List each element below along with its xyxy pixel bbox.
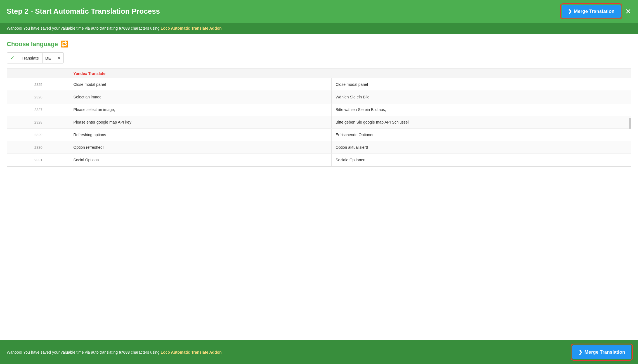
source-text: Select an image — [70, 91, 332, 103]
close-button[interactable]: ✕ — [625, 8, 631, 15]
translated-text: Wählen Sie ein Bild — [332, 91, 631, 103]
row-number: 2327 — [7, 103, 70, 116]
row-number: 2329 — [7, 129, 70, 141]
row-number: 2328 — [7, 116, 70, 129]
table-row: 2330Option refreshed!Option aktualisiert… — [7, 141, 631, 154]
translation-table-wrapper: Yandex Translate 2325Close modal panelCl… — [7, 68, 631, 167]
translated-text: Bitte wählen Sie ein Bild aus, — [332, 103, 631, 116]
table-row: 2327Please select an image,Bitte wählen … — [7, 103, 631, 116]
source-text: Please enter google map API key — [70, 116, 332, 129]
table-row: 2329Refreshing optionsErfrischende Optio… — [7, 129, 631, 141]
row-number: 2325 — [7, 78, 70, 91]
footer-merge-label: Merge Translation — [585, 349, 625, 355]
source-text: Refreshing options — [70, 129, 332, 141]
page-title: Step 2 - Start Automatic Translation Pro… — [7, 7, 160, 16]
language-tag: ✓ Translate DE ✕ — [7, 52, 64, 63]
translation-table: Yandex Translate 2325Close modal panelCl… — [7, 69, 631, 166]
tag-check-icon: ✓ — [7, 53, 18, 63]
table-row: 2331Social OptionsSoziale Optionen — [7, 154, 631, 166]
main-content: Choose language 🔁 ✓ Translate DE ✕ Yande… — [0, 34, 638, 171]
footer-text-middle: characters using — [130, 350, 161, 354]
header: Step 2 - Start Automatic Translation Pro… — [0, 0, 638, 23]
footer-link[interactable]: Loco Automatic Translate Addon — [161, 350, 222, 354]
table-row: 2328Please enter google map API keyBitte… — [7, 116, 631, 129]
scrollbar[interactable] — [629, 118, 631, 129]
source-text: Social Options — [70, 154, 332, 166]
source-text: Option refreshed! — [70, 141, 332, 154]
row-number: 2330 — [7, 141, 70, 154]
footer-text: Wahooo! You have saved your valuable tim… — [7, 350, 222, 354]
table-row: 2326Select an imageWählen Sie ein Bild — [7, 91, 631, 103]
footer-characters: 67683 — [119, 350, 130, 354]
col-header-translation — [332, 69, 631, 78]
row-number: 2331 — [7, 154, 70, 166]
merge-translation-button-header[interactable]: ❯ Merge Translation — [562, 5, 621, 18]
col-header-num — [7, 69, 70, 78]
choose-language-heading: Choose language 🔁 — [7, 41, 631, 48]
source-text: Close modal panel — [70, 78, 332, 91]
translated-text: Option aktualisiert! — [332, 141, 631, 154]
top-banner: Wahooo! You have saved your valuable tim… — [0, 23, 638, 34]
translated-text: Soziale Optionen — [332, 154, 631, 166]
table-row: 2325Close modal panelClose modal panel — [7, 78, 631, 91]
footer-text-before: Wahooo! You have saved your valuable tim… — [7, 350, 119, 354]
banner-text-before: Wahooo! You have saved your valuable tim… — [7, 26, 119, 30]
header-actions: ❯ Merge Translation ✕ — [562, 5, 631, 18]
banner-characters: 67683 — [119, 26, 130, 30]
merge-button-label: Merge Translation — [574, 9, 615, 14]
tag-translate-label: Translate — [18, 53, 42, 63]
spacer — [0, 171, 638, 340]
source-text: Please select an image, — [70, 103, 332, 116]
tag-close-button[interactable]: ✕ — [54, 53, 63, 63]
tag-language-code: DE — [42, 53, 54, 63]
table-body: 2325Close modal panelClose modal panel23… — [7, 78, 631, 166]
banner-link[interactable]: Loco Automatic Translate Addon — [161, 26, 222, 30]
banner-text-middle: characters using — [130, 26, 161, 30]
translate-icon: 🔁 — [61, 41, 68, 48]
footer-arrow-icon: ❯ — [578, 349, 582, 355]
arrow-right-icon: ❯ — [568, 8, 572, 14]
footer: Wahooo! You have saved your valuable tim… — [0, 340, 638, 364]
translated-text: Close modal panel — [332, 78, 631, 91]
row-number: 2326 — [7, 91, 70, 103]
col-header-source: Yandex Translate — [70, 69, 332, 78]
table-header-row: Yandex Translate — [7, 69, 631, 78]
merge-translation-button-footer[interactable]: ❯ Merge Translation — [572, 345, 631, 359]
choose-language-label: Choose language — [7, 41, 58, 48]
translated-text: Bitte geben Sie google map API Schlüssel — [332, 116, 631, 129]
translated-text: Erfrischende Optionen — [332, 129, 631, 141]
